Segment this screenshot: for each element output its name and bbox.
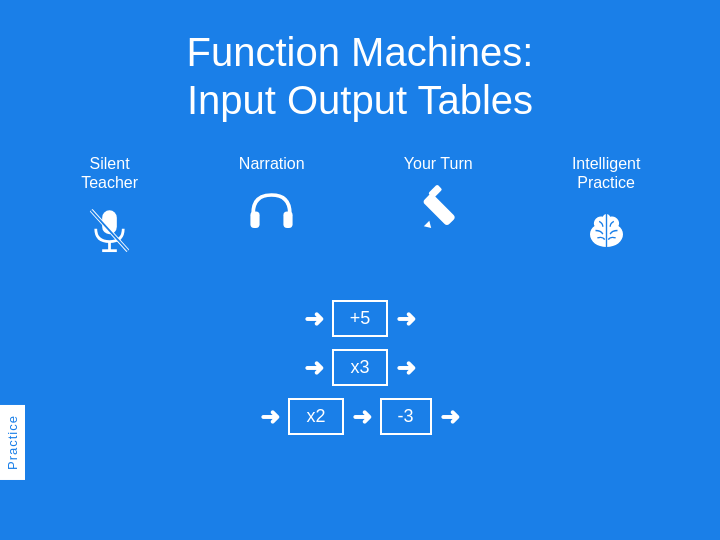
arrow-right-2: ➜ [396, 356, 416, 380]
nav-label-your-turn: Your Turn [404, 154, 473, 173]
nav-section: Silent Teacher Narration [0, 154, 720, 260]
main-container: Function Machines: Input Output Tables S… [0, 0, 720, 540]
machine-box-x2: x2 [288, 398, 343, 435]
nav-item-intelligent-practice[interactable]: Intelligent Practice [572, 154, 641, 260]
machine-box-minus3: -3 [380, 398, 432, 435]
svg-marker-8 [424, 220, 431, 227]
machine-row-1: ➜ +5 ➜ [304, 300, 417, 337]
machine-box-plus5: +5 [332, 300, 389, 337]
machine-box-x3: x3 [332, 349, 387, 386]
svg-rect-6 [284, 211, 293, 228]
mic-off-icon [80, 200, 140, 260]
nav-item-your-turn[interactable]: Your Turn [404, 154, 473, 241]
nav-label-intelligent-practice: Intelligent Practice [572, 154, 641, 192]
function-machines-section: ➜ +5 ➜ ➜ x3 ➜ ➜ x2 ➜ -3 ➜ [260, 300, 459, 435]
arrow-mid-3: ➜ [352, 405, 372, 429]
arrow-right-3: ➜ [440, 405, 460, 429]
svg-rect-5 [251, 211, 260, 228]
machine-row-2: ➜ x3 ➜ [304, 349, 415, 386]
title-line2: Input Output Tables [187, 78, 533, 122]
practice-tab[interactable]: Practice [0, 405, 25, 480]
machine-row-3: ➜ x2 ➜ -3 ➜ [260, 398, 459, 435]
arrow-left-2: ➜ [304, 356, 324, 380]
nav-label-silent-teacher: Silent Teacher [81, 154, 138, 192]
arrow-right-1: ➜ [396, 307, 416, 331]
title-section: Function Machines: Input Output Tables [187, 0, 534, 144]
pencil-icon [408, 181, 468, 241]
headphones-icon [242, 181, 302, 241]
brain-icon [576, 200, 636, 260]
nav-item-silent-teacher[interactable]: Silent Teacher [80, 154, 140, 260]
svg-rect-7 [422, 192, 456, 226]
title-line1: Function Machines: [187, 30, 534, 74]
arrow-left-3a: ➜ [260, 405, 280, 429]
page-title: Function Machines: Input Output Tables [187, 28, 534, 124]
nav-label-narration: Narration [239, 154, 305, 173]
arrow-left-1: ➜ [304, 307, 324, 331]
nav-item-narration[interactable]: Narration [239, 154, 305, 241]
